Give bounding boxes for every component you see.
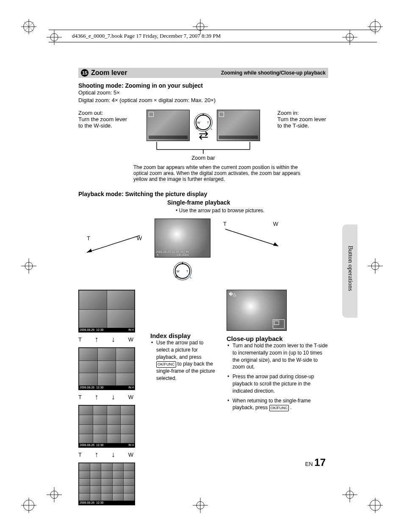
arrow-up-icon: ↑ <box>95 335 99 344</box>
index-4x4: 2008.08.26 12:30IN 4 <box>78 405 135 448</box>
section-number-badge: 15 <box>81 69 89 77</box>
svg-text:⊞: ⊞ <box>175 275 178 279</box>
crop-mark-icon <box>342 487 357 502</box>
registration-mark-icon <box>21 498 36 513</box>
index-heading: Index display <box>150 332 218 339</box>
zoom-bar-label: Zoom bar <box>191 155 215 161</box>
svg-text:W: W <box>197 121 201 125</box>
single-frame-preview: 2008.08.26 12:30 HQ IN100-0004 4 <box>155 219 210 258</box>
zoom-dial-icon: WT ⊞🔍 <box>172 261 193 281</box>
svg-text:T: T <box>207 121 209 125</box>
zoomed-in-preview <box>217 110 260 141</box>
optical-zoom-text: Optical zoom: 5× <box>78 89 328 97</box>
index-5x5: 2008.08.26 12:30 <box>78 463 135 505</box>
closeup-preview: �△ <box>227 290 287 331</box>
svg-marker-49 <box>87 249 92 252</box>
swap-arrows-icon: ⇄ <box>199 133 208 139</box>
section-title: Zoom lever <box>91 69 221 77</box>
section-title-bar: 15 Zoom lever Zooming while shooting/Clo… <box>78 68 328 78</box>
print-header: d4366_e_0000_7.book Page 17 Friday, Dece… <box>49 30 377 42</box>
zoomed-out-preview <box>147 110 190 141</box>
svg-marker-57 <box>273 242 278 246</box>
section-subtitle: Zooming while shooting/Close-up playback <box>221 70 326 76</box>
svg-text:🔍: 🔍 <box>188 274 192 279</box>
svg-text:⊞: ⊞ <box>196 126 199 130</box>
zoom-out-instruction: Zoom out: Turn the zoom lever to the W-s… <box>78 110 129 129</box>
t-label: T <box>87 235 90 241</box>
shooting-heading: Shooting mode: Zooming in on your subjec… <box>78 82 328 89</box>
crop-mark-icon <box>47 487 62 502</box>
single-frame-note: Use the arrow pad to browse pictures. <box>179 208 265 213</box>
index-2x2: 2008.08.26 12:30IN 4 <box>78 290 135 332</box>
index-cascade: 2008.08.26 12:30IN 4 T↑↓W 2008.08.26 12:… <box>78 290 142 508</box>
arrow-down-icon: ↓ <box>111 335 115 344</box>
index-text: Use the arrow pad to select a picture fo… <box>150 339 218 382</box>
t-label: T <box>223 221 227 227</box>
arrow-diag-right <box>223 227 287 248</box>
w-label: W <box>137 235 142 241</box>
playback-heading: Playback mode: Switching the picture dis… <box>78 191 328 197</box>
registration-mark-icon <box>21 19 36 34</box>
registration-mark-icon <box>368 498 383 513</box>
closeup-bullet-3: When returning to the single-frame playb… <box>227 397 328 412</box>
side-section-label: Button operations <box>347 246 354 291</box>
svg-text:T: T <box>186 269 188 273</box>
svg-line-56 <box>225 229 278 246</box>
single-frame-heading: Single-frame playback <box>167 199 328 206</box>
zoom-in-instruction: Zoom in: Turn the zoom lever to the T-si… <box>277 110 328 129</box>
digital-zoom-text: Digital zoom: 4× (optical zoom × digital… <box>78 97 328 104</box>
svg-text:🔍: 🔍 <box>208 126 213 130</box>
closeup-heading: Close-up playback <box>227 335 328 342</box>
crop-mark-icon <box>21 258 36 274</box>
leader-lines <box>133 142 273 155</box>
svg-line-48 <box>87 236 140 252</box>
w-label: W <box>273 221 278 227</box>
zoom-bar-note: The zoom bar appears white when the curr… <box>133 164 303 182</box>
closeup-bullet-1: Turn and hold the zoom lever to the T-si… <box>227 342 328 371</box>
closeup-bullet-2: Press the arrow pad during close-up play… <box>227 373 328 394</box>
crop-mark-icon <box>368 258 383 274</box>
page-number: EN 17 <box>305 457 326 468</box>
index-3x3: 2008.08.26 12:30IN 4 <box>78 347 135 390</box>
svg-text:W: W <box>177 269 180 273</box>
